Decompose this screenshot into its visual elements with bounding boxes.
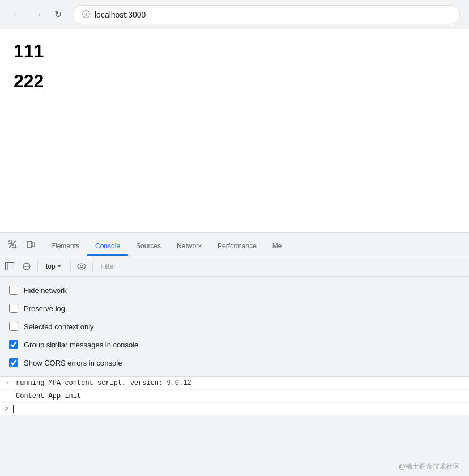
page-number-2: 222 — [14, 71, 455, 92]
sidebar-icon — [5, 262, 14, 270]
tab-network[interactable]: Network — [169, 237, 210, 256]
filter-input[interactable] — [96, 260, 467, 273]
toolbar-divider-2 — [70, 261, 71, 272]
show-cors-checkbox[interactable] — [9, 358, 18, 367]
url-text: localhost:3000 — [95, 10, 146, 19]
back-button[interactable]: ← — [9, 7, 25, 23]
console-text-2: Content App init — [16, 392, 464, 400]
selected-context-label: Selected context only — [24, 322, 94, 331]
svg-rect-5 — [6, 262, 14, 270]
console-line-1: → running MPA content script, version: 9… — [0, 377, 469, 390]
tab-sources[interactable]: Sources — [128, 237, 169, 256]
show-cors-label: Show CORS errors in console — [24, 359, 122, 367]
svg-rect-4 — [32, 243, 35, 246]
svg-rect-0 — [9, 241, 12, 244]
toolbar-divider-1 — [37, 261, 38, 272]
device-icon — [26, 240, 35, 249]
tab-elements[interactable]: Elements — [43, 237, 87, 256]
devtools-panel: Elements Console Sources Network Perform… — [0, 232, 469, 476]
hide-network-checkbox[interactable] — [9, 286, 18, 295]
console-line-2: Content App init — [0, 390, 469, 403]
address-bar[interactable]: ⓘ localhost:3000 — [73, 5, 460, 24]
preserve-log-checkbox-item[interactable]: Preserve log — [9, 299, 460, 317]
tab-performance[interactable]: Performance — [210, 237, 265, 256]
sidebar-toggle-button[interactable] — [2, 259, 17, 274]
context-value: top — [46, 262, 56, 270]
hide-network-label: Hide network — [24, 286, 67, 295]
clear-console-button[interactable] — [19, 259, 34, 274]
dropdown-arrow-icon: ▼ — [57, 263, 62, 269]
eye-button[interactable] — [74, 259, 89, 274]
clear-icon — [23, 262, 31, 270]
selected-context-checkbox-item[interactable]: Selected context only — [9, 317, 460, 335]
console-output: → running MPA content script, version: 9… — [0, 377, 469, 415]
preserve-log-checkbox[interactable] — [9, 304, 18, 313]
svg-rect-3 — [27, 241, 32, 248]
devtools-icon-group — [5, 236, 39, 256]
console-settings-dropdown: Hide network Preserve log Selected conte… — [0, 277, 469, 377]
tab-more[interactable]: Me — [265, 237, 290, 256]
svg-point-10 — [80, 265, 83, 267]
toolbar-divider-3 — [92, 261, 93, 272]
console-input-line[interactable]: > — [0, 403, 469, 415]
forward-icon: → — [33, 10, 42, 20]
console-prompt-icon: > — [5, 405, 8, 413]
tab-console[interactable]: Console — [87, 237, 128, 256]
browser-chrome: ← → ↻ ⓘ localhost:3000 — [0, 0, 469, 29]
svg-rect-1 — [13, 245, 16, 248]
show-cors-checkbox-item[interactable]: Show CORS errors in console — [9, 354, 460, 372]
back-icon: ← — [12, 10, 22, 20]
console-arrow-1: → — [5, 379, 11, 386]
inspect-icon — [8, 240, 17, 249]
console-cursor — [13, 405, 14, 413]
console-text-1: running MPA content script, version: 9.0… — [16, 379, 464, 387]
preserve-log-label: Preserve log — [24, 304, 65, 313]
context-selector[interactable]: top ▼ — [41, 261, 67, 272]
security-icon: ⓘ — [82, 10, 90, 20]
watermark: @稀土掘金技术社区 — [399, 462, 460, 471]
console-toolbar: top ▼ — [0, 256, 469, 277]
forward-button[interactable]: → — [29, 7, 45, 23]
reload-icon: ↻ — [54, 9, 62, 20]
page-number-1: 111 — [14, 41, 455, 62]
selected-context-checkbox[interactable] — [9, 322, 18, 331]
svg-point-9 — [78, 264, 86, 269]
devtools-tabs: Elements Console Sources Network Perform… — [0, 233, 469, 256]
nav-buttons: ← → ↻ — [9, 7, 66, 23]
eye-icon — [77, 263, 86, 270]
inspect-element-button[interactable] — [5, 236, 20, 252]
group-similar-checkbox[interactable] — [9, 340, 18, 349]
svg-line-2 — [9, 241, 16, 248]
device-toolbar-button[interactable] — [23, 236, 39, 252]
group-similar-label: Group similar messages in console — [24, 341, 138, 349]
reload-button[interactable]: ↻ — [50, 7, 66, 23]
hide-network-checkbox-item[interactable]: Hide network — [9, 281, 460, 299]
page-content: 111 222 — [0, 29, 469, 232]
group-similar-checkbox-item[interactable]: Group similar messages in console — [9, 335, 460, 354]
